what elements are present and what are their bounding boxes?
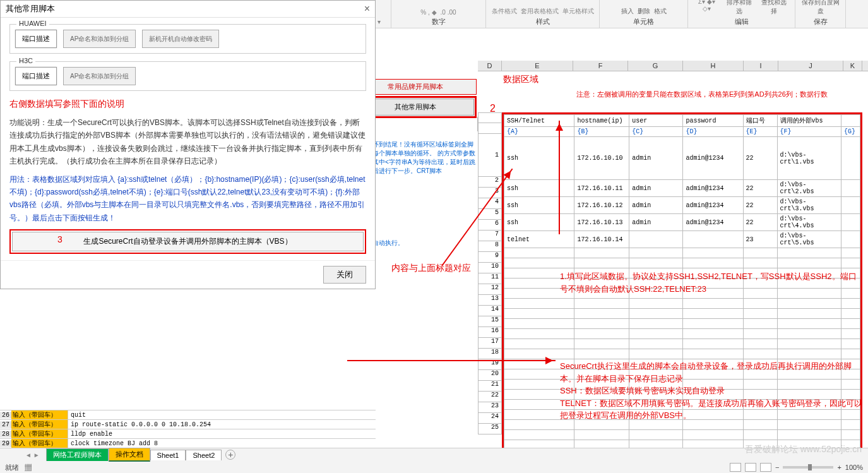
data-cell[interactable]: [683, 231, 743, 248]
data-cell[interactable]: [683, 309, 743, 319]
data-cell[interactable]: admin@1234: [683, 214, 743, 231]
data-header[interactable]: hostname(ip): [574, 115, 629, 127]
data-cell[interactable]: [574, 309, 629, 319]
data-cell[interactable]: [841, 309, 860, 319]
row-number[interactable]: 27: [0, 421, 11, 428]
data-cell[interactable]: [777, 309, 841, 319]
data-cell[interactable]: [629, 349, 683, 359]
row-number[interactable]: 26: [0, 412, 11, 419]
data-cell[interactable]: [504, 430, 574, 440]
close-button[interactable]: 关闭: [323, 266, 366, 284]
data-cell[interactable]: [574, 339, 629, 349]
row-number[interactable]: 28: [0, 431, 11, 438]
zoom-level[interactable]: 100%: [845, 464, 863, 471]
data-cell[interactable]: 172.16.10.13: [574, 214, 629, 231]
data-cell[interactable]: [743, 349, 777, 359]
insert-btn[interactable]: 插入: [621, 7, 634, 16]
row-number[interactable]: 17: [478, 338, 502, 349]
script-command[interactable]: clock timezone BJ add 8: [68, 440, 376, 447]
data-cell[interactable]: [683, 258, 743, 268]
data-cell[interactable]: [777, 319, 841, 329]
row-number[interactable]: 22: [478, 392, 502, 402]
data-cell[interactable]: [683, 430, 743, 440]
col-K[interactable]: K: [843, 61, 862, 71]
data-header[interactable]: password: [683, 115, 743, 127]
row-number[interactable]: 16: [478, 327, 502, 338]
script-action[interactable]: 输入（带回车）: [11, 439, 68, 448]
h3c-port-desc-button[interactable]: 端口描述: [15, 67, 57, 85]
sheet-tab-2[interactable]: 操作文档: [109, 448, 150, 462]
data-cell[interactable]: [743, 248, 777, 258]
col-F[interactable]: F: [573, 61, 628, 71]
data-cell[interactable]: [629, 430, 683, 440]
row-number[interactable]: 23: [478, 402, 502, 413]
data-cell[interactable]: [629, 329, 683, 339]
data-cell[interactable]: [841, 231, 860, 248]
data-cell[interactable]: [629, 231, 683, 248]
data-cell[interactable]: [504, 349, 574, 359]
data-cell[interactable]: [504, 248, 574, 258]
record-macro-icon[interactable]: ▦: [25, 464, 32, 471]
row-number[interactable]: 29: [0, 440, 11, 447]
data-cell[interactable]: 172.16.10.12: [574, 197, 629, 214]
data-header[interactable]: [841, 115, 860, 127]
zoom-out-icon[interactable]: −: [775, 464, 779, 471]
col-H[interactable]: H: [683, 61, 744, 71]
data-cell[interactable]: [777, 299, 841, 309]
data-cell[interactable]: [841, 248, 860, 258]
placeholder-cell[interactable]: {F}: [777, 127, 841, 137]
row-number[interactable]: 7: [478, 231, 502, 241]
add-sheet-button[interactable]: +: [225, 450, 235, 460]
data-cell[interactable]: [504, 299, 574, 309]
data-cell[interactable]: 23: [743, 231, 777, 248]
row-number[interactable]: 1: [478, 134, 502, 177]
view-normal-icon[interactable]: [730, 463, 741, 472]
data-cell[interactable]: [841, 258, 860, 268]
data-cell[interactable]: [629, 309, 683, 319]
format-btn[interactable]: 格式: [654, 7, 667, 16]
data-cell[interactable]: 172.16.10.14: [574, 231, 629, 248]
data-cell[interactable]: ssh: [504, 137, 574, 180]
data-cell[interactable]: admin: [629, 180, 683, 197]
placeholder-cell[interactable]: {D}: [683, 127, 743, 137]
data-cell[interactable]: [777, 349, 841, 359]
data-cell[interactable]: [841, 299, 860, 309]
data-cell[interactable]: [574, 349, 629, 359]
data-cell[interactable]: telnet: [504, 231, 574, 248]
data-cell[interactable]: 22: [743, 214, 777, 231]
data-cell[interactable]: [743, 309, 777, 319]
data-cell[interactable]: 22: [743, 180, 777, 197]
data-cell[interactable]: d:\vbs-crt\1.vbs: [777, 137, 841, 180]
placeholder-cell[interactable]: {A}: [504, 127, 574, 137]
data-cell[interactable]: admin@1234: [683, 197, 743, 214]
script-command[interactable]: quit: [68, 412, 376, 419]
data-cell[interactable]: [629, 258, 683, 268]
data-cell[interactable]: [683, 248, 743, 258]
data-cell[interactable]: [504, 309, 574, 319]
data-cell[interactable]: 22: [743, 137, 777, 180]
data-header[interactable]: SSH/Telnet: [504, 115, 574, 127]
sheet-nav[interactable]: ◄ ►: [25, 452, 40, 458]
zoom-in-icon[interactable]: +: [837, 464, 841, 471]
data-cell[interactable]: ssh: [504, 214, 574, 231]
row-number[interactable]: 14: [478, 306, 502, 316]
col-D[interactable]: D: [478, 61, 502, 71]
data-cell[interactable]: admin: [629, 137, 683, 180]
script-action[interactable]: 输入（带回车）: [11, 420, 68, 429]
find-select-btn[interactable]: 查找和选择: [759, 0, 790, 16]
delete-btn[interactable]: 删除: [638, 7, 650, 16]
data-cell[interactable]: [629, 339, 683, 349]
sheet-tab-1[interactable]: 网络工程师脚本: [46, 448, 109, 461]
data-cell[interactable]: [574, 430, 629, 440]
row-number[interactable]: 13: [478, 295, 502, 306]
data-cell[interactable]: [683, 329, 743, 339]
script-action[interactable]: 输入（带回车）: [11, 410, 68, 419]
data-cell[interactable]: [743, 319, 777, 329]
data-cell[interactable]: [504, 339, 574, 349]
data-cell[interactable]: [841, 430, 860, 440]
data-cell[interactable]: [841, 137, 860, 180]
data-cell[interactable]: [841, 197, 860, 214]
data-header[interactable]: 端口号: [743, 115, 777, 127]
data-cell[interactable]: [777, 339, 841, 349]
data-cell[interactable]: [504, 258, 574, 268]
